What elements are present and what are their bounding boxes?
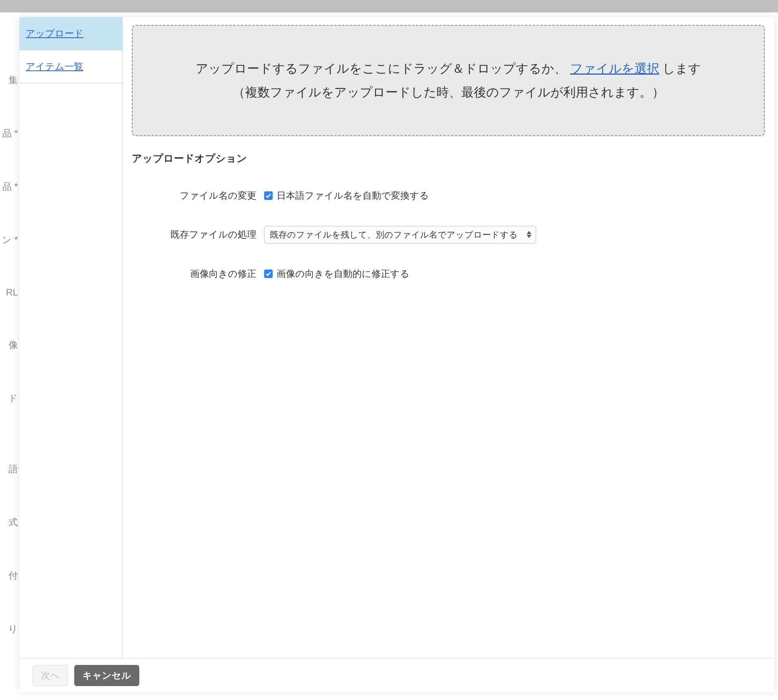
upload-modal: アップロード アイテム一覧 アップロードするファイルをここにドラッグ＆ドロップす… bbox=[19, 17, 774, 692]
dropzone-text-after: します bbox=[662, 61, 701, 75]
check-icon bbox=[265, 271, 272, 277]
dropzone-text-before: アップロードするファイルをここにドラッグ＆ドロップするか、 bbox=[196, 61, 570, 75]
select-existing-wrapper: 既存のファイルを残して、別のファイル名でアップロードする bbox=[264, 226, 536, 243]
modal-body: アップロード アイテム一覧 アップロードするファイルをここにドラッグ＆ドロップす… bbox=[19, 17, 774, 658]
bg-label: RL bbox=[0, 287, 19, 298]
checkbox-orientation-label: 画像の向きを自動的に修正する bbox=[277, 268, 410, 280]
drop-zone-line1: アップロードするファイルをここにドラッグ＆ドロップするか、 ファイルを選択 しま… bbox=[148, 57, 748, 80]
option-row-filename: ファイル名の変更 日本語ファイル名を自動で変換する bbox=[132, 189, 765, 202]
modal-sidebar: アップロード アイテム一覧 bbox=[19, 17, 123, 658]
upload-options-heading: アップロードオプション bbox=[132, 152, 765, 165]
tab-item-list[interactable]: アイテム一覧 bbox=[19, 50, 122, 83]
select-existing-file-handling[interactable]: 既存のファイルを残して、別のファイル名でアップロードする bbox=[264, 226, 536, 243]
bg-label: ン * bbox=[0, 234, 19, 246]
background-form-labels: 集 品 * 品 * ン * RL 像 ド 語 式 付 り bbox=[0, 51, 19, 700]
bg-label: 式 bbox=[0, 516, 19, 528]
check-icon bbox=[265, 192, 272, 199]
file-drop-zone[interactable]: アップロードするファイルをここにドラッグ＆ドロップするか、 ファイルを選択 しま… bbox=[132, 25, 765, 136]
option-label-filename: ファイル名の変更 bbox=[132, 189, 264, 202]
bg-label: 付 bbox=[0, 569, 19, 582]
checkbox-filename[interactable] bbox=[264, 191, 273, 200]
option-label-existing: 既存ファイルの処理 bbox=[132, 228, 264, 241]
modal-footer: 次へ キャンセル bbox=[19, 658, 774, 692]
option-label-orientation: 画像向きの修正 bbox=[132, 268, 264, 280]
option-control-filename: 日本語ファイル名を自動で変換する bbox=[264, 189, 429, 202]
bg-label: ド bbox=[0, 392, 19, 404]
bg-label: 品 * bbox=[0, 127, 19, 140]
option-row-orientation: 画像向きの修正 画像の向きを自動的に修正する bbox=[132, 268, 765, 280]
bg-label: 集 bbox=[0, 74, 19, 86]
bg-label: 語 bbox=[0, 463, 19, 475]
option-control-existing: 既存のファイルを残して、別のファイル名でアップロードする bbox=[264, 226, 536, 243]
dropzone-subtext: （複数ファイルをアップロードした時、最後のファイルが利用されます。） bbox=[148, 80, 748, 104]
tab-upload[interactable]: アップロード bbox=[19, 17, 122, 50]
page-background: 集 品 * 品 * ン * RL 像 ド 語 式 付 り アップロード アイテム… bbox=[0, 0, 778, 700]
file-select-link[interactable]: ファイルを選択 bbox=[570, 61, 659, 75]
bg-label: 像 bbox=[0, 339, 19, 351]
option-row-existing: 既存ファイルの処理 既存のファイルを残して、別のファイル名でアップロードする bbox=[132, 226, 765, 243]
next-button[interactable]: 次へ bbox=[33, 665, 68, 686]
option-control-orientation: 画像の向きを自動的に修正する bbox=[264, 268, 410, 280]
window-titlebar-strip bbox=[0, 0, 778, 12]
checkbox-filename-label: 日本語ファイル名を自動で変換する bbox=[277, 189, 429, 202]
bg-label: 品 * bbox=[0, 180, 19, 193]
cancel-button[interactable]: キャンセル bbox=[74, 665, 139, 686]
upload-panel: アップロードするファイルをここにドラッグ＆ドロップするか、 ファイルを選択 しま… bbox=[123, 17, 774, 658]
bg-label: り bbox=[0, 623, 19, 635]
checkbox-orientation[interactable] bbox=[264, 270, 273, 278]
